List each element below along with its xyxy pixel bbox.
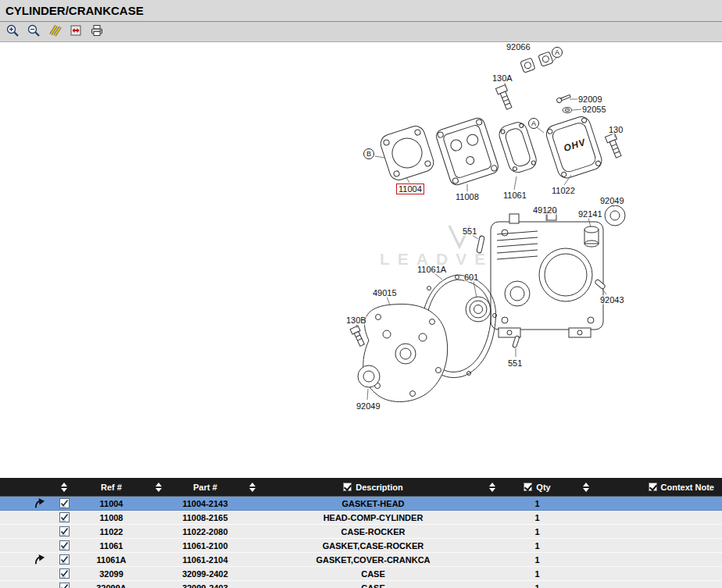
arrow-placeholder <box>0 525 50 538</box>
table-row[interactable]: 1102211022-2080CASE-ROCKER1 <box>0 525 722 539</box>
ref-number: 32099 <box>78 567 145 580</box>
header-qty: Qty <box>504 478 570 496</box>
callout-b: B <box>363 148 374 159</box>
print-icon <box>90 23 104 40</box>
part-qty: 1 <box>504 525 570 538</box>
sort-ref-column[interactable] <box>155 483 162 492</box>
part-label-92049[interactable]: 92049 <box>600 196 624 205</box>
context-note <box>602 581 722 588</box>
ref-number: 11004 <box>78 497 145 510</box>
spacer <box>238 497 266 510</box>
part-detail-checkbox-icon[interactable] <box>50 539 78 552</box>
ref-number: 11061 <box>78 539 145 552</box>
part-detail-checkbox-icon[interactable] <box>50 553 78 566</box>
part-label-601[interactable]: 601 <box>464 273 478 282</box>
part-label-92066[interactable]: 92066 <box>506 42 531 52</box>
spacer <box>145 553 172 566</box>
arrow-placeholder <box>0 567 50 580</box>
spacer <box>570 581 602 588</box>
part-label-49015[interactable]: 49015 <box>373 288 397 298</box>
part-label-92141[interactable]: 92141 <box>578 209 602 219</box>
context-note <box>602 539 722 552</box>
part-label-130a[interactable]: 130A <box>492 73 513 83</box>
description-column-checkbox[interactable] <box>343 483 352 491</box>
sort-part-column[interactable] <box>249 483 256 492</box>
part-qty: 1 <box>504 553 570 566</box>
parts-table-header: Ref # Part # Description Qty <box>0 478 722 497</box>
table-row[interactable]: 1100811008-2165HEAD-COMP-CYLINDER1 <box>0 511 722 525</box>
part-detail-checkbox-icon[interactable] <box>50 581 78 588</box>
table-row[interactable]: 32099A32099-2403CASE1 <box>0 581 722 588</box>
header-description: Description <box>266 478 481 496</box>
spacer <box>145 525 172 538</box>
header-context-note: Context Note <box>602 478 722 496</box>
spacer <box>238 525 266 538</box>
qty-column-checkbox[interactable] <box>524 483 532 491</box>
part-label-49120[interactable]: 49120 <box>533 205 557 215</box>
part-detail-checkbox-icon[interactable] <box>50 567 78 580</box>
toolbar <box>0 22 722 42</box>
part-label-130b[interactable]: 130B <box>346 315 366 325</box>
part-label-11061[interactable]: 11061 <box>503 191 527 200</box>
part-label-11061a[interactable]: 11061A <box>417 265 446 274</box>
part-detail-checkbox-icon[interactable] <box>50 525 78 538</box>
sort-description-column[interactable] <box>489 483 495 492</box>
part-label-11004[interactable]: 11004 <box>396 184 424 194</box>
part-description: HEAD-COMP-CYLINDER <box>266 511 481 524</box>
part-description: CASE <box>266 581 481 588</box>
spacer <box>481 497 504 510</box>
sort-select-column[interactable] <box>61 483 67 492</box>
goto-diagram-arrow-icon[interactable] <box>0 553 50 566</box>
part-number: 11022-2080 <box>172 525 238 538</box>
part-detail-checkbox-icon[interactable] <box>50 511 78 524</box>
context-note <box>602 525 722 538</box>
goto-diagram-arrow-icon[interactable] <box>0 497 50 510</box>
part-label-11008[interactable]: 11008 <box>456 192 479 201</box>
context-note <box>602 497 722 510</box>
spacer <box>238 567 266 580</box>
pan-button[interactable] <box>66 23 85 41</box>
part-label-92055[interactable]: 92055 <box>582 105 606 114</box>
table-row[interactable]: 1100411004-2143GASKET-HEAD1 <box>0 497 722 511</box>
spacer <box>570 525 602 538</box>
print-button[interactable] <box>88 23 106 41</box>
part-description: GASKET-HEAD <box>266 497 481 510</box>
spacer <box>570 539 602 552</box>
part-detail-checkbox-icon[interactable] <box>50 497 78 510</box>
spacer <box>145 511 172 524</box>
part-number: 32099-2402 <box>172 567 238 580</box>
table-row[interactable]: 3209932099-2402CASE1 <box>0 567 722 581</box>
part-qty: 1 <box>504 581 570 588</box>
context-note-column-checkbox[interactable] <box>649 483 657 491</box>
part-label-11022[interactable]: 11022 <box>552 186 575 195</box>
part-description: GASKET,CASE-ROCKER <box>266 539 481 552</box>
spacer <box>481 511 504 524</box>
ref-number: 32099A <box>78 581 145 588</box>
part-label-551[interactable]: 551 <box>463 226 477 236</box>
part-label-92049[interactable]: 92049 <box>356 401 381 411</box>
zoom-in-button[interactable] <box>3 23 22 41</box>
arrow-placeholder <box>0 539 50 552</box>
callout-a: A <box>528 118 539 129</box>
part-number: 11061-2104 <box>172 553 238 566</box>
arrow-placeholder <box>0 581 50 588</box>
annotate-button[interactable] <box>45 23 64 41</box>
table-row[interactable]: 11061A11061-2104GASKET,COVER-CRANKCA1 <box>0 553 722 567</box>
spacer <box>481 553 504 566</box>
part-description: CASE <box>266 567 481 580</box>
spacer <box>481 567 504 580</box>
context-note <box>602 511 722 524</box>
part-qty: 1 <box>504 511 570 524</box>
zoom-out-button[interactable] <box>24 23 43 41</box>
part-label-130[interactable]: 130 <box>609 125 623 134</box>
part-label-92043[interactable]: 92043 <box>600 295 624 305</box>
part-label-92009[interactable]: 92009 <box>578 94 602 104</box>
part-number: 11008-2165 <box>172 511 238 524</box>
sort-qty-column[interactable] <box>583 483 589 492</box>
part-label-551[interactable]: 551 <box>508 358 522 368</box>
header-ref: Ref # <box>78 478 145 496</box>
ref-number: 11061A <box>78 553 145 566</box>
exploded-diagram <box>0 42 722 478</box>
table-row[interactable]: 1106111061-2100GASKET,CASE-ROCKER1 <box>0 539 722 553</box>
spacer <box>238 581 266 588</box>
